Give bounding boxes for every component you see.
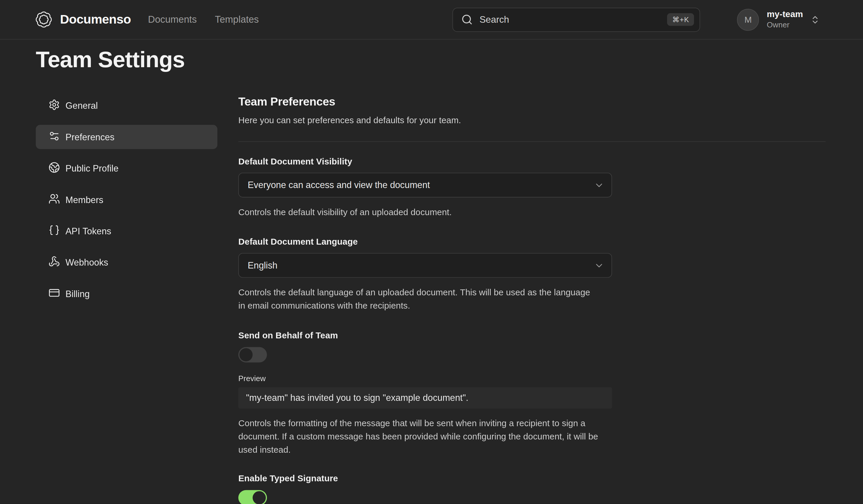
preferences-panel: Team Preferences Here you can set prefer…: [238, 93, 826, 504]
language-select-value: English: [248, 260, 277, 271]
users-icon: [48, 193, 60, 207]
sidebar-item-api-tokens[interactable]: API Tokens: [36, 219, 217, 243]
page-title: Team Settings: [36, 47, 863, 73]
top-nav: Documenso Documents Templates Search ⌘+K…: [0, 0, 863, 39]
sidebar-item-label: API Tokens: [65, 226, 111, 236]
send-on-behalf-toggle[interactable]: [238, 347, 267, 362]
sidebar-item-billing[interactable]: Billing: [36, 282, 217, 306]
visibility-select-value: Everyone can access and view the documen…: [248, 180, 430, 190]
visibility-help: Controls the default visibility of an up…: [238, 206, 826, 219]
send-on-behalf-help: Controls the formatting of the message t…: [238, 417, 599, 456]
account-meta: my-team Owner: [767, 9, 803, 30]
language-select[interactable]: English: [238, 253, 612, 277]
globe-icon: [48, 161, 60, 176]
sidebar-item-label: General: [65, 101, 98, 111]
sidebar-item-label: Public Profile: [65, 163, 118, 173]
brand-name: Documenso: [60, 12, 131, 27]
search-placeholder: Search: [479, 14, 667, 25]
brand-logo[interactable]: Documenso: [35, 10, 131, 29]
sidebar-item-label: Billing: [65, 288, 90, 299]
sidebar-item-preferences[interactable]: Preferences: [36, 125, 217, 149]
preview-text: "my-team" has invited you to sign "examp…: [246, 392, 468, 403]
typed-signature-label: Enable Typed Signature: [238, 474, 826, 484]
credit-card-icon: [48, 287, 60, 301]
language-help: Controls the default language of an uplo…: [238, 286, 595, 312]
team-settings-page: Documenso Documents Templates Search ⌘+K…: [0, 0, 863, 504]
account-role: Owner: [767, 21, 803, 30]
panel-description: Here you can set preferences and default…: [238, 116, 826, 126]
visibility-label: Default Document Visibility: [238, 157, 826, 167]
webhook-icon: [48, 256, 60, 269]
documenso-seal-icon: [35, 10, 53, 29]
preview-label: Preview: [238, 374, 826, 383]
settings-sidebar: General Preferences: [36, 93, 217, 504]
toggle-knob: [253, 491, 266, 504]
sidebar-item-public-profile[interactable]: Public Profile: [36, 156, 217, 180]
avatar: M: [737, 9, 759, 31]
gear-icon: [48, 99, 60, 113]
nav-link-documents[interactable]: Documents: [148, 14, 197, 25]
search-input[interactable]: Search ⌘+K: [452, 8, 700, 31]
visibility-select[interactable]: Everyone can access and view the documen…: [238, 173, 612, 197]
toggle-knob: [239, 348, 253, 361]
content: General Preferences: [0, 93, 863, 504]
sidebar-item-general[interactable]: General: [36, 93, 217, 118]
braces-icon: [48, 224, 60, 238]
chevrons-up-down-icon: [810, 14, 820, 24]
sidebar-item-webhooks[interactable]: Webhooks: [36, 250, 217, 274]
search-shortcut-badge: ⌘+K: [667, 13, 694, 26]
sidebar-item-members[interactable]: Members: [36, 188, 217, 211]
account-team-name: my-team: [767, 9, 803, 20]
divider: [238, 141, 826, 142]
sliders-icon: [48, 130, 60, 144]
preview-box: "my-team" has invited you to sign "examp…: [238, 387, 612, 409]
search-icon: [461, 14, 473, 25]
chevron-down-icon: [594, 260, 604, 271]
sidebar-item-label: Members: [65, 195, 103, 205]
send-on-behalf-label: Send on Behalf of Team: [238, 331, 826, 341]
nav-links: Documents Templates: [148, 14, 259, 25]
typed-signature-toggle[interactable]: [238, 490, 267, 504]
nav-link-templates[interactable]: Templates: [215, 14, 259, 25]
chevron-down-icon: [594, 180, 604, 190]
sidebar-item-label: Preferences: [65, 132, 114, 142]
sidebar-item-label: Webhooks: [65, 257, 108, 267]
language-label: Default Document Language: [238, 237, 826, 247]
team-switcher[interactable]: M my-team Owner: [737, 9, 820, 31]
panel-heading: Team Preferences: [238, 93, 826, 108]
